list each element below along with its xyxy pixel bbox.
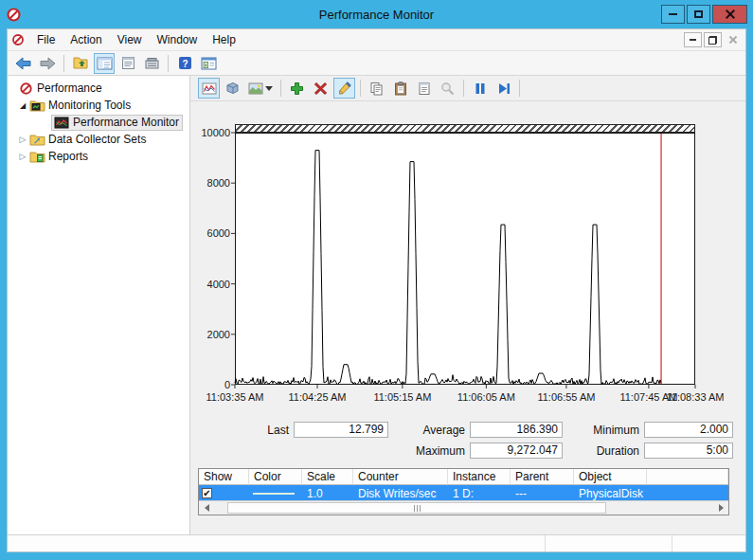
paste-counter-list-button[interactable]: [389, 78, 411, 99]
legend-header-row: Show Color Scale Counter Instance Parent…: [199, 469, 728, 485]
column-scale[interactable]: Scale: [302, 469, 353, 485]
column-filler: [647, 469, 728, 485]
chart-icon: [53, 116, 70, 129]
average-value: 186.390: [470, 422, 563, 438]
dropdown-arrow-icon: [265, 86, 273, 91]
expander-expanded-icon[interactable]: [17, 100, 28, 110]
show-hide-action-pane-button[interactable]: [198, 53, 219, 74]
menu-help[interactable]: Help: [206, 31, 242, 48]
properties-sheet-icon: [418, 81, 431, 96]
minimize-button[interactable]: [661, 5, 685, 24]
paste-icon: [394, 81, 407, 96]
up-one-level-button[interactable]: [70, 53, 91, 74]
tree-item-label: Performance Monitor: [73, 116, 179, 129]
status-cell: [545, 535, 672, 551]
y-axis-label: 2000: [190, 329, 230, 340]
inner-restore-button[interactable]: [704, 32, 722, 47]
help-button[interactable]: ?: [174, 53, 195, 74]
maximize-button[interactable]: [687, 5, 710, 24]
counter-cell: Disk Writes/sec: [353, 485, 448, 500]
scrollbar-thumb[interactable]: [227, 502, 606, 514]
toolbar-separator: [463, 80, 464, 97]
pause-icon: [475, 82, 486, 95]
show-checkbox[interactable]: ✔: [202, 488, 212, 498]
delete-icon: [314, 81, 328, 96]
counter-color-swatch: [253, 493, 295, 495]
forward-arrow-icon: [39, 57, 56, 70]
folder-monitor-icon: [28, 99, 45, 112]
back-arrow-icon: [15, 57, 32, 70]
close-icon: [726, 9, 735, 19]
minimum-value: 2.000: [644, 422, 733, 438]
counter-legend-table: Show Color Scale Counter Instance Parent…: [198, 468, 729, 515]
x-axis-label: 11:08:33 AM: [667, 391, 725, 403]
scrollbar-track[interactable]: [214, 501, 713, 515]
inner-close-icon: [729, 36, 737, 44]
status-cell: [672, 535, 745, 551]
color-cell: [249, 485, 302, 500]
delete-counter-button[interactable]: [310, 78, 332, 99]
scroll-left-button[interactable]: [199, 501, 214, 515]
view-log-data-button[interactable]: [222, 78, 243, 99]
properties-sheet-button[interactable]: [413, 78, 435, 99]
column-instance[interactable]: Instance: [448, 469, 511, 485]
toolbar-separator: [519, 80, 520, 97]
expander-collapsed-icon[interactable]: [17, 152, 28, 161]
tree-item-label: Performance: [37, 81, 102, 95]
x-axis-label: 11:06:55 AM: [537, 391, 595, 403]
tree-item-monitoring-tools[interactable]: Monitoring Tools: [8, 97, 189, 114]
folder-up-icon: [73, 56, 89, 70]
horizontal-scrollbar[interactable]: [199, 500, 728, 515]
update-data-button[interactable]: [493, 78, 514, 99]
menu-view[interactable]: View: [111, 31, 149, 48]
tree-item-reports[interactable]: Reports: [8, 148, 189, 165]
add-counter-button[interactable]: [286, 78, 308, 99]
folder-data-icon: [28, 133, 45, 146]
tree-item-data-collector-sets[interactable]: Data Collector Sets: [8, 131, 189, 148]
column-object[interactable]: Object: [574, 469, 647, 485]
help-icon: ?: [178, 56, 192, 70]
forward-button[interactable]: [37, 53, 58, 74]
console-tree-icon: [97, 57, 113, 70]
column-color[interactable]: Color: [249, 469, 302, 485]
highlight-button[interactable]: [333, 78, 355, 99]
counter-row[interactable]: ✔ 1.0 Disk Writes/sec 1 D: --- PhysicalD…: [199, 485, 728, 500]
expander-collapsed-icon[interactable]: [17, 135, 28, 144]
scroll-right-button[interactable]: [713, 501, 728, 515]
properties-button[interactable]: [117, 53, 138, 74]
freeze-display-button[interactable]: [469, 78, 491, 99]
x-axis-labels: 11:03:35 AM11:04:25 AM11:05:15 AM11:06:0…: [235, 391, 695, 405]
window-title: Performance Monitor: [0, 8, 753, 22]
main-area: Performance Monitoring Tools Performance…: [8, 76, 745, 534]
back-button[interactable]: [13, 53, 34, 74]
view-current-activity-button[interactable]: [198, 78, 220, 99]
change-graph-type-button[interactable]: [245, 78, 276, 99]
toolbar-separator: [168, 55, 169, 72]
inner-minimize-button[interactable]: [684, 32, 702, 47]
column-show[interactable]: Show: [199, 469, 249, 485]
menu-action[interactable]: Action: [63, 31, 108, 48]
column-parent[interactable]: Parent: [511, 469, 574, 485]
x-axis-label: 11:03:35 AM: [206, 391, 264, 403]
maximum-value: 9,272.047: [470, 443, 563, 459]
show-hide-console-tree-button[interactable]: [94, 53, 115, 74]
copy-icon: [369, 81, 384, 96]
tree-item-performance[interactable]: Performance: [8, 80, 189, 97]
menu-file[interactable]: File: [30, 31, 62, 48]
inner-close-button: [724, 32, 742, 47]
column-counter[interactable]: Counter: [353, 469, 448, 485]
copy-properties-button[interactable]: [366, 78, 387, 99]
menu-window[interactable]: Window: [151, 31, 205, 48]
zoom-button: [437, 78, 458, 99]
close-button[interactable]: [712, 5, 747, 24]
menubar: File Action View Window Help: [8, 29, 745, 51]
y-axis-label: 10000: [190, 127, 230, 138]
chart-toolbar: [190, 76, 745, 101]
average-label: Average: [393, 424, 465, 437]
export-list-icon: [144, 57, 160, 70]
show-cell: ✔: [199, 485, 249, 500]
inner-restore-icon: [708, 36, 717, 45]
tree-item-performance-monitor[interactable]: Performance Monitor: [8, 114, 189, 131]
export-list-button[interactable]: [141, 53, 162, 74]
minimum-label: Minimum: [567, 424, 639, 437]
